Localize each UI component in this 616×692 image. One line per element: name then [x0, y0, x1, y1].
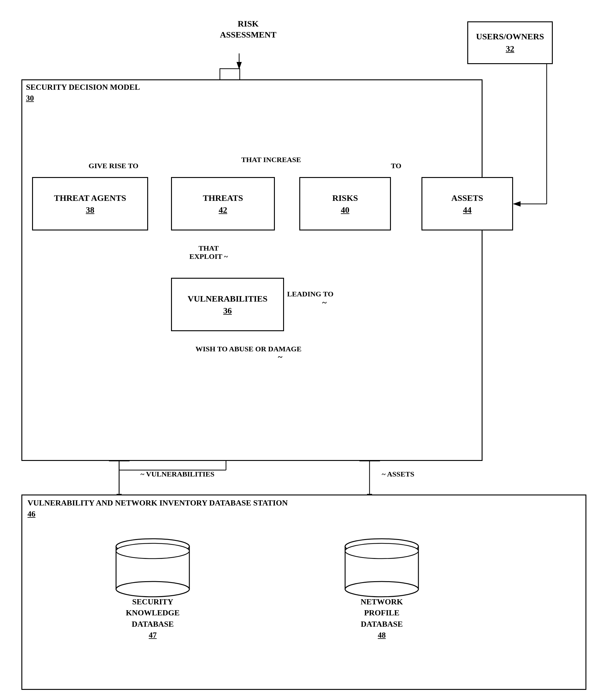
- network-db-container: NETWORK PROFILE DATABASE 48: [324, 531, 440, 641]
- wish-to-abuse-tilde: ~: [278, 352, 282, 362]
- vulnerabilities-box: VULNERABILITIES 36: [171, 278, 284, 331]
- users-owners-box: USERS/OWNERS 32: [467, 21, 553, 64]
- security-db-container: SECURITY KNOWLEDGE DATABASE 47: [95, 531, 211, 641]
- give-rise-to-label: GIVE RISE TO: [89, 162, 139, 170]
- assets-box: ASSETS 44: [422, 177, 513, 231]
- that-increase-label: THAT INCREASE: [241, 156, 301, 164]
- assets-connector-label: ~ ASSETS: [382, 470, 415, 478]
- svg-point-45: [116, 582, 189, 597]
- risks-box: RISKS 40: [299, 177, 391, 231]
- wish-to-abuse-label: WISH TO ABUSE OR DAMAGE: [195, 345, 301, 353]
- svg-point-49: [345, 582, 419, 597]
- leading-to-label: LEADING TO: [287, 290, 334, 298]
- threat-agents-box: THREAT AGENTS 38: [32, 177, 148, 231]
- svg-point-48: [345, 543, 419, 559]
- sdm-outer-box: [21, 79, 483, 461]
- vulnerabilities-connector-label: ~ VULNERABILITIES: [141, 470, 214, 478]
- diagram-container: RISK ASSESSMENT USERS/OWNERS 32 SECURITY…: [12, 12, 604, 680]
- threats-box: THREATS 42: [171, 177, 275, 231]
- svg-rect-31: [220, 69, 240, 81]
- network-db-cylinder: [339, 531, 425, 598]
- sdm-label: SECURITY DECISION MODEL 30: [26, 82, 140, 104]
- that-exploit-label: THATEXPLOIT ~: [189, 244, 228, 261]
- security-db-cylinder: [110, 531, 195, 598]
- leading-to-tilde: ~: [322, 298, 327, 307]
- vnid-label: VULNERABILITY AND NETWORK INVENTORY DATA…: [27, 498, 288, 520]
- to-label: TO: [391, 162, 401, 170]
- risk-assessment-label: RISK ASSESSMENT: [220, 18, 276, 41]
- svg-point-44: [116, 543, 189, 559]
